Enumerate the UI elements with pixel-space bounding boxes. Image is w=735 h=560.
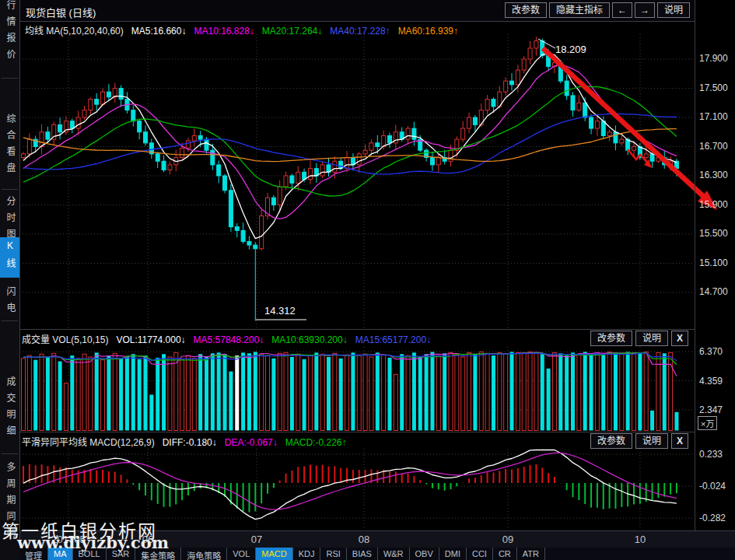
change-params-button[interactable]: 改参数 (590, 331, 632, 346)
toolbar-item-dmi[interactable]: DMI (439, 548, 467, 560)
help-button[interactable]: 说明 (635, 433, 668, 449)
ma-value: MA40:17.228↑ (330, 26, 390, 37)
ma-value: MA10:16.828↓ (194, 26, 254, 37)
toolbar-item-atr[interactable]: ATR (517, 548, 545, 560)
price-axis-label: 15.900 (699, 199, 728, 210)
volume-axis-label: 6.370 (699, 346, 723, 357)
change-params-button[interactable]: 改参数 (590, 433, 632, 449)
price-axis-label: 16.700 (699, 141, 728, 152)
trading-app-window: { "window": { "title": "现货白银 (日线)" }, "t… (0, 0, 735, 560)
ma-value: 均线 MA(5,10,20,40,60) (25, 26, 124, 37)
toolbar-item-cr[interactable]: CR (493, 548, 517, 560)
sidebar-divider (2, 78, 18, 79)
sidebar-item-1[interactable]: 行情报价 (0, 0, 19, 75)
sidebar-item-2[interactable]: 综合看盘 (0, 109, 19, 184)
macd-axis-label: 0.233 (699, 449, 723, 460)
price-axis-label: 14.700 (699, 286, 728, 297)
date-axis-label: 07 (251, 534, 262, 545)
volume-value: MA15:65177.200↓ (355, 334, 431, 345)
price-axis-label: 17.500 (699, 82, 728, 93)
trough-price-annotation: 14.312 (264, 305, 296, 317)
volume-unit-badge: ×万 (698, 416, 717, 430)
hide-main-indicator-button[interactable]: 隐藏主指标 (549, 2, 610, 18)
volume-pane-buttons: 改参数说明X (590, 331, 688, 346)
price-axis-label: 16.300 (699, 170, 728, 180)
sidebar-item-6[interactable]: 成交明细 (0, 372, 19, 446)
watermark-site-url: www.diyizby.com (17, 533, 169, 552)
macd-value: 平滑异同平均线 MACD(12,26,9) (22, 437, 155, 448)
titlebar: 现货白银 (日线) 改参数隐藏主指标←→说明 (19, 0, 695, 22)
page-title: 现货白银 (日线) (26, 5, 96, 19)
toolbar-item-obv[interactable]: OBV (410, 548, 439, 560)
help-button[interactable]: 说明 (635, 331, 668, 346)
volume-value: 成交量 VOL(5,10,15) (22, 334, 108, 345)
ma-value: MA60:16.939↑ (398, 26, 458, 37)
close-pane-button[interactable]: X (671, 331, 688, 346)
pane-separator (19, 329, 695, 330)
titlebar-buttons: 改参数隐藏主指标←→说明 (505, 2, 690, 18)
date-axis-label: 09 (502, 534, 513, 545)
volume-value: VOL:11774.000↓ (116, 334, 185, 345)
toolbar-item-rsi[interactable]: RSI (320, 548, 346, 560)
sidebar-divider (2, 453, 18, 454)
macd-pane-buttons: 改参数说明X (590, 433, 688, 449)
arrow-right-button[interactable]: → (635, 2, 655, 18)
macd-axis-label: -0.024 (699, 481, 726, 492)
macd-value: DIFF:-0.180↓ (163, 437, 217, 448)
sidebar-divider (2, 189, 18, 190)
price-axis-label: 17.900 (699, 53, 728, 64)
macd-value: DEA:-0.067↓ (225, 437, 278, 448)
macd-indicator-row: 平滑异同平均线 MACD(12,26,9)DIFF:-0.180↓DEA:-0.… (22, 435, 354, 448)
date-axis-label: 08 (359, 534, 369, 545)
sidebar: 行情报价综合看盘分时图K线图闪电图成交明细多周期同列 (0, 0, 20, 560)
sidebar-divider (2, 320, 18, 321)
toolbar-item-vol[interactable]: VOL (227, 548, 256, 560)
toolbar-item-cci[interactable]: CCI (467, 548, 493, 560)
date-axis-label: 10 (635, 534, 646, 545)
price-axis-label: 15.500 (699, 228, 728, 239)
ma-indicator-row: 均线 MA(5,10,20,40,60)MA5:16.660↓MA10:16.8… (25, 23, 466, 37)
volume-axis-label: 2.347 (699, 404, 723, 415)
toolbar-item-kdj[interactable]: KDJ (293, 548, 321, 560)
toolbar-item-macd[interactable]: MACD (256, 548, 292, 560)
volume-axis-label: 4.359 (699, 376, 723, 387)
toolbar-item-w&r[interactable]: W&R (378, 548, 410, 560)
sidebar-item-5[interactable]: 闪电图 (0, 278, 19, 327)
volume-indicator-row: 成交量 VOL(5,10,15)VOL:11774.000↓MA5:57848.… (22, 332, 439, 345)
macd-axis-label: -0.282 (699, 513, 726, 523)
price-axis-label: 17.100 (699, 111, 728, 122)
help-button[interactable]: 说明 (657, 2, 690, 18)
toolbar-item-海龟策略[interactable]: 海龟策略 (181, 548, 227, 560)
pane-separator (19, 432, 695, 432)
volume-value: MA10:63930.200↓ (271, 334, 347, 345)
volume-value: MA5:57848.200↓ (194, 334, 264, 345)
chart-canvas[interactable] (0, 0, 735, 560)
sidebar-item-4[interactable]: K线图 (0, 237, 19, 278)
ma-value: MA5:16.660↓ (131, 26, 187, 37)
close-pane-button[interactable]: X (671, 433, 688, 449)
arrow-left-button[interactable]: ← (612, 2, 632, 18)
peak-price-annotation: 18.209 (555, 44, 586, 55)
toolbar-item-bias[interactable]: BIAS (347, 548, 378, 560)
price-axis-label: 15.100 (699, 257, 728, 268)
ma-value: MA20:17.264↓ (262, 26, 322, 37)
macd-value: MACD:-0.226↑ (285, 437, 347, 448)
change-params-button[interactable]: 改参数 (505, 2, 547, 18)
axis-separator (695, 0, 695, 530)
